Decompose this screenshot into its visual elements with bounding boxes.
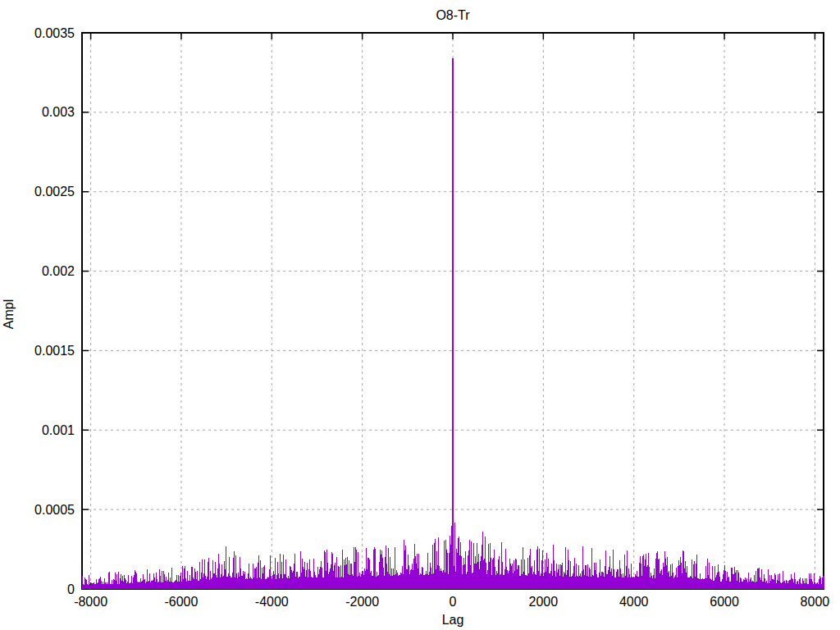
y-tick-label: 0 bbox=[67, 582, 75, 596]
y-tick-label: 0.0005 bbox=[34, 503, 75, 517]
x-axis-label: Lag bbox=[442, 613, 464, 627]
y-tick-label: 0.003 bbox=[42, 105, 75, 119]
x-tick-label: -6000 bbox=[164, 595, 198, 609]
x-tick-label: -8000 bbox=[74, 595, 107, 609]
chart-title: O8-Tr bbox=[436, 8, 470, 22]
x-tick-label: 6000 bbox=[710, 595, 739, 609]
x-tick-label: -2000 bbox=[345, 595, 379, 609]
x-tick-label: 0 bbox=[450, 595, 457, 609]
correlation-chart: -8000-6000-4000-20000200040006000800000.… bbox=[0, 0, 840, 630]
x-tick-label: 8000 bbox=[801, 595, 830, 609]
y-axis-label: Ampl bbox=[2, 299, 16, 329]
gnuplot-plot-window: -8000-6000-4000-20000200040006000800000.… bbox=[0, 0, 840, 630]
y-tick-label: 0.0035 bbox=[34, 26, 75, 40]
series-impulses bbox=[83, 58, 824, 589]
x-tick-label: 2000 bbox=[529, 595, 559, 609]
y-tick-label: 0.002 bbox=[42, 264, 75, 278]
y-tick-label: 0.0015 bbox=[34, 344, 75, 358]
y-tick-label: 0.001 bbox=[42, 423, 75, 437]
tick-labels: -8000-6000-4000-20000200040006000800000.… bbox=[34, 26, 829, 609]
x-tick-label: 4000 bbox=[619, 595, 649, 609]
x-tick-label: -4000 bbox=[255, 595, 289, 609]
y-tick-label: 0.0025 bbox=[34, 185, 75, 199]
